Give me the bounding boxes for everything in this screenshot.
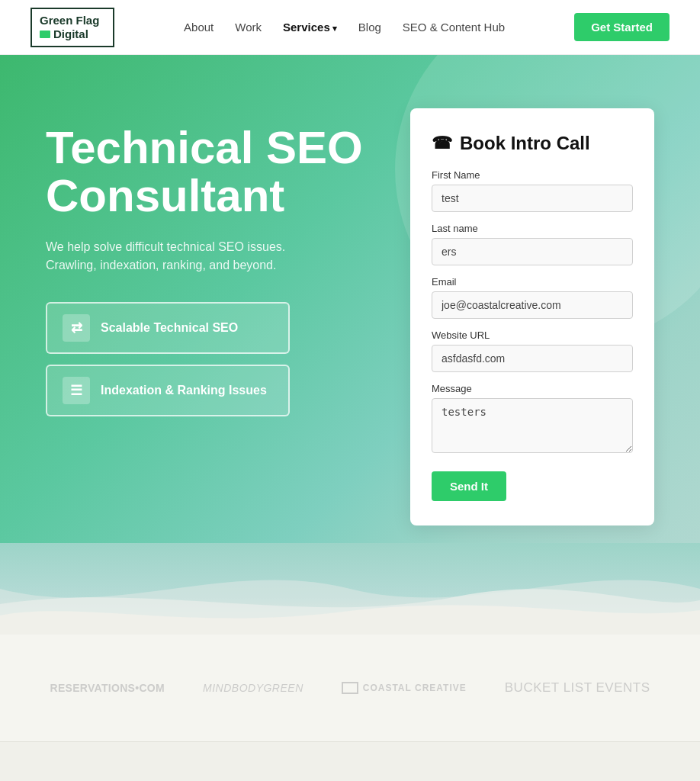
hero-subtitle: We help solve difficult technical SEO is… [46, 238, 290, 275]
logo-reservations: RESERVATIONS•COM [50, 682, 165, 694]
hero-buttons: ⇄ Scalable Technical SEO ☰ Indexation & … [46, 302, 380, 416]
last-name-label: Last name [432, 223, 633, 234]
nav-links: About Work Services Blog SEO & Content H… [184, 21, 505, 34]
logo-bucket-list: Bucket List Events [505, 680, 650, 696]
wave-section [0, 543, 700, 635]
message-label: Message [432, 383, 633, 394]
hero-title: Technical SEO Consultant [46, 124, 380, 220]
nav-services[interactable]: Services [283, 21, 337, 34]
last-name-group: Last name [432, 223, 633, 265]
logo-coastal-creative: COASTAL CREATIVE [342, 682, 467, 694]
logo-mindbodygreen: mindbodygreen [203, 682, 303, 694]
wave-svg [0, 543, 700, 635]
nav-blog[interactable]: Blog [358, 21, 381, 34]
hero-left: Technical SEO Consultant We help solve d… [46, 101, 380, 416]
last-name-input[interactable] [432, 238, 633, 265]
coastal-box-icon [342, 682, 358, 694]
website-label: Website URL [432, 329, 633, 341]
email-label: Email [432, 276, 633, 288]
first-name-input[interactable] [432, 185, 633, 212]
phone-icon: ☎ [432, 133, 452, 153]
get-started-button[interactable]: Get Started [574, 13, 669, 41]
form-title: ☎ Book Intro Call [432, 133, 633, 154]
website-group: Website URL [432, 329, 633, 372]
logo-flag-icon [40, 31, 50, 38]
first-name-label: First Name [432, 169, 633, 181]
bottom-section [0, 741, 700, 781]
logos-section: RESERVATIONS•COM mindbodygreen COASTAL C… [0, 635, 700, 741]
email-input[interactable] [432, 291, 633, 319]
email-group: Email [432, 276, 633, 319]
indexation-button[interactable]: ☰ Indexation & Ranking Issues [46, 365, 290, 416]
nav-about[interactable]: About [184, 21, 214, 34]
logo-line1: Green Flag [40, 14, 105, 27]
logo[interactable]: Green Flag Digital [31, 8, 114, 47]
scalable-seo-icon: ⇄ [63, 314, 90, 342]
hero-section: Technical SEO Consultant We help solve d… [0, 55, 700, 543]
send-button[interactable]: Send It [432, 471, 506, 501]
book-intro-form: ☎ Book Intro Call First Name Last name E… [410, 108, 654, 525]
first-name-group: First Name [432, 169, 633, 212]
message-input[interactable]: testers [432, 398, 633, 453]
nav-work[interactable]: Work [235, 21, 262, 34]
nav-seo-hub[interactable]: SEO & Content Hub [403, 21, 505, 34]
website-input[interactable] [432, 345, 633, 372]
scalable-seo-button[interactable]: ⇄ Scalable Technical SEO [46, 302, 290, 354]
logo-line2: Digital [40, 27, 105, 41]
navbar: Green Flag Digital About Work Services B… [0, 0, 700, 55]
indexation-icon: ☰ [63, 377, 90, 404]
message-group: Message testers [432, 383, 633, 456]
